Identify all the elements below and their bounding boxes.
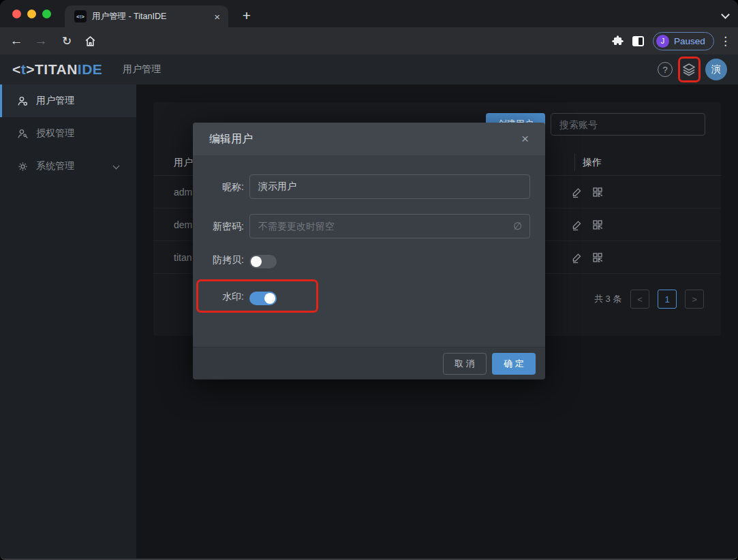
- app-logo[interactable]: <t>TITANIDE: [12, 55, 102, 84]
- qrcode-icon[interactable]: [591, 219, 604, 231]
- gear-icon: [16, 160, 29, 173]
- profile-avatar: J: [656, 35, 669, 48]
- help-button[interactable]: ?: [658, 62, 673, 77]
- sidebar-item-label: 用户管理: [36, 95, 74, 107]
- sidebar-item-authorization-management[interactable]: 授权管理: [0, 117, 136, 150]
- qrcode-icon[interactable]: [591, 251, 604, 264]
- user-cell: adm: [174, 176, 192, 208]
- search-account-input[interactable]: [551, 113, 705, 136]
- annotation-box-anticopy: [196, 279, 318, 313]
- back-button[interactable]: ←: [7, 27, 26, 55]
- sidebar: 用户管理 授权管理 系统管理: [0, 84, 136, 560]
- user-cell: titan: [174, 241, 191, 274]
- modal-footer: 取 消 确 定: [193, 347, 545, 379]
- home-button[interactable]: [80, 27, 99, 55]
- annotation-box-layers: [678, 57, 701, 82]
- breadcrumb: 用户管理: [123, 55, 161, 84]
- sidebar-item-label: 授权管理: [36, 127, 74, 140]
- qrcode-icon[interactable]: [591, 186, 604, 198]
- tab-close-icon[interactable]: ×: [214, 11, 220, 22]
- user-icon: [16, 95, 29, 108]
- password-label: 新密码:: [193, 221, 244, 233]
- edit-icon[interactable]: [571, 251, 583, 264]
- app-header: <t>TITANIDE 用户管理 ? 演: [0, 55, 738, 84]
- browser-window: <t> 用户管理 - TitanIDE × + ← → ↻ try.titani…: [0, 0, 738, 560]
- sidebar-item-user-management[interactable]: 用户管理: [0, 84, 136, 117]
- profile-paused-pill[interactable]: J Paused: [653, 32, 714, 50]
- side-panel-icon: [632, 36, 644, 46]
- tab-search-chevron-icon[interactable]: [721, 10, 730, 19]
- pagination-total: 共 3 条: [594, 289, 621, 309]
- extensions-button[interactable]: [611, 27, 624, 55]
- edit-icon[interactable]: [571, 219, 583, 231]
- extensions-puzzle-icon: [611, 35, 624, 48]
- column-header-action: 操作: [574, 153, 602, 171]
- anticopy-toggle[interactable]: [249, 255, 277, 268]
- password-visibility-icon[interactable]: ∅: [513, 220, 522, 232]
- modal-title: 编辑用户: [209, 132, 521, 146]
- user-cell: dem: [174, 208, 192, 241]
- browser-menu-button[interactable]: ⋮: [720, 27, 731, 55]
- modal-header: 编辑用户 ×: [193, 123, 545, 155]
- browser-toolbar: ← → ↻ try.titanide.cn/ide/web/admin/syst…: [0, 27, 738, 55]
- pagination-prev-button[interactable]: <: [630, 290, 649, 309]
- edit-user-modal: 编辑用户 × 昵称: 新密码: ∅ 防拷贝: 水印: 取 消 确 定: [193, 123, 545, 379]
- traffic-close-button[interactable]: [12, 10, 21, 18]
- modal-body: 昵称: 新密码: ∅ 防拷贝: 水印:: [193, 155, 545, 347]
- tab-title: 用户管理 - TitanIDE: [92, 11, 209, 22]
- tab-strip: <t> 用户管理 - TitanIDE × +: [0, 0, 738, 27]
- new-tab-button[interactable]: +: [237, 6, 256, 25]
- browser-tab[interactable]: <t> 用户管理 - TitanIDE ×: [65, 5, 228, 27]
- anticopy-label: 防拷贝:: [193, 254, 244, 266]
- new-password-input[interactable]: [249, 214, 530, 238]
- nickname-input[interactable]: [249, 174, 530, 199]
- toggle-knob: [251, 256, 262, 267]
- user-avatar[interactable]: 演: [705, 59, 727, 80]
- column-header-user: 用户: [174, 149, 193, 176]
- pagination-page-1[interactable]: 1: [658, 290, 677, 309]
- traffic-minimize-button[interactable]: [27, 10, 36, 18]
- chevron-down-icon: [113, 163, 120, 170]
- modal-close-icon[interactable]: ×: [521, 131, 529, 146]
- cancel-button[interactable]: 取 消: [443, 353, 487, 375]
- sidebar-item-label: 系统管理: [36, 160, 74, 172]
- reload-button[interactable]: ↻: [57, 27, 76, 55]
- traffic-zoom-button[interactable]: [42, 10, 51, 18]
- side-panel-button[interactable]: [632, 27, 644, 55]
- tab-favicon-icon: <t>: [74, 10, 87, 22]
- sidebar-item-system-management[interactable]: 系统管理: [0, 150, 136, 183]
- pagination-next-button[interactable]: >: [685, 290, 704, 309]
- nickname-label: 昵称:: [193, 181, 244, 193]
- forward-button[interactable]: →: [31, 27, 50, 55]
- user-key-icon: [16, 127, 29, 140]
- home-icon: [84, 35, 97, 48]
- paused-label: Paused: [674, 36, 705, 46]
- confirm-button[interactable]: 确 定: [492, 353, 536, 375]
- edit-icon[interactable]: [571, 186, 583, 198]
